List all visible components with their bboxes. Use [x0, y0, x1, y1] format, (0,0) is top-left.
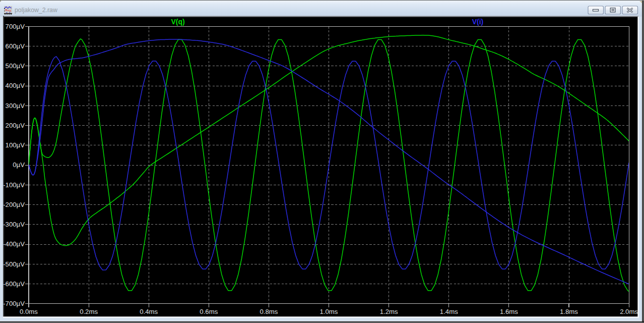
svg-text:0.8ms: 0.8ms	[260, 308, 278, 315]
svg-text:0.2ms: 0.2ms	[80, 308, 98, 315]
svg-text:0.6ms: 0.6ms	[200, 308, 218, 315]
svg-text:700µV: 700µV	[6, 23, 25, 30]
svg-text:1.6ms: 1.6ms	[500, 308, 518, 315]
svg-text:0µV: 0µV	[13, 161, 25, 169]
svg-text:-100µV: -100µV	[3, 181, 25, 189]
svg-text:0.0ms: 0.0ms	[20, 308, 38, 315]
svg-text:-700µV: -700µV	[3, 300, 25, 307]
svg-text:1.2ms: 1.2ms	[380, 308, 398, 315]
svg-text:300µV: 300µV	[6, 102, 25, 110]
svg-text:-600µV: -600µV	[3, 280, 25, 288]
svg-text:600µV: 600µV	[6, 42, 25, 50]
svg-text:-400µV: -400µV	[3, 240, 25, 248]
svg-text:V(i): V(i)	[472, 18, 484, 26]
svg-text:100µV: 100µV	[6, 141, 25, 149]
svg-text:1.8ms: 1.8ms	[560, 308, 578, 315]
svg-text:0.4ms: 0.4ms	[140, 308, 158, 315]
svg-text:1.0ms: 1.0ms	[320, 308, 338, 315]
svg-text:-300µV: -300µV	[3, 221, 25, 228]
svg-text:-200µV: -200µV	[3, 201, 25, 208]
svg-text:400µV: 400µV	[6, 82, 25, 89]
svg-text:200µV: 200µV	[6, 122, 25, 129]
svg-text:2.0ms: 2.0ms	[620, 308, 638, 315]
svg-text:-500µV: -500µV	[3, 260, 25, 268]
svg-text:poljakow_2.raw: poljakow_2.raw	[15, 7, 57, 14]
svg-text:V(q): V(q)	[171, 18, 184, 26]
svg-text:500µV: 500µV	[6, 62, 25, 70]
svg-text:1.4ms: 1.4ms	[440, 308, 458, 315]
